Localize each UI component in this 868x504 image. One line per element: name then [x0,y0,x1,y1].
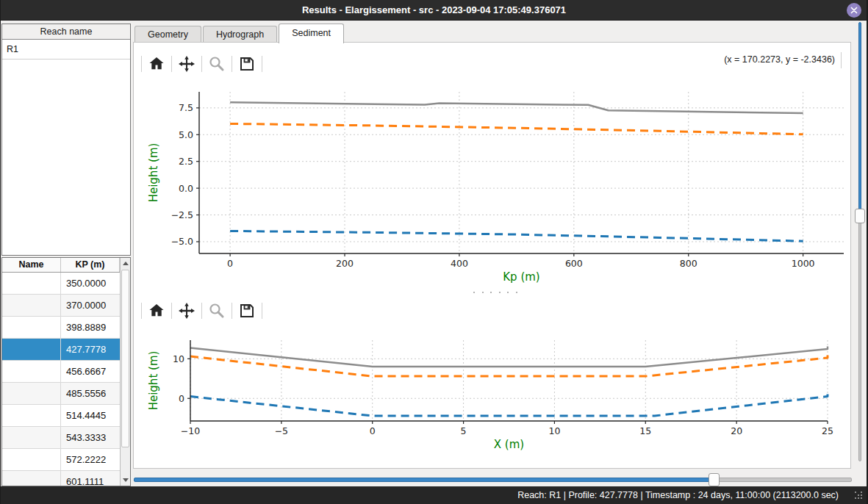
time-slider-fill [134,478,711,482]
home-button[interactable] [147,54,166,73]
home-icon [148,55,165,73]
pan-button[interactable] [177,301,196,320]
sediment-panel: (x = 170.2273, y = -2.3436) 020040060080… [133,42,851,469]
svg-text:0: 0 [227,258,233,269]
table-row[interactable]: 543.3333 [2,427,121,449]
svg-text:X (m): X (m) [494,438,524,451]
svg-text:0: 0 [370,425,376,436]
cell-kp: 456.6667 [61,361,121,383]
table-row[interactable]: 427.7778 [2,339,121,361]
toolbar-separator [262,56,262,72]
profile-slider-fill [858,22,861,212]
svg-text:400: 400 [451,258,468,269]
toolbar-separator [171,303,172,319]
zoom-icon [208,302,226,320]
cell-name [2,471,61,486]
table-row[interactable]: 601.1111 [2,471,121,486]
reach-name-header: Reach name [2,24,130,40]
cell-kp: 398.8889 [61,317,121,339]
cell-kp: 485.5556 [61,383,121,405]
close-icon [850,6,858,15]
cell-name [2,361,61,383]
toolbar-separator [201,56,202,72]
column-header-kp[interactable]: KP (m) [61,258,120,272]
svg-text:2.5: 2.5 [179,156,193,167]
scroll-down-icon[interactable] [123,478,129,482]
cell-name [2,449,61,471]
zoom-icon [208,55,226,73]
time-slider-handle[interactable] [709,473,720,486]
chart1-toolbar [141,51,262,76]
svg-text:7.5: 7.5 [179,102,193,113]
tab-sediment[interactable]: Sediment [279,24,344,43]
svg-text:−2.5: −2.5 [171,209,193,220]
svg-text:200: 200 [336,258,354,269]
time-slider-track[interactable] [717,478,852,482]
kp-profile-chart[interactable]: 020040060080010007.55.02.50.0−2.5−5.0Kp … [137,81,846,292]
window-title: Results - Elargissement - src - 2023-09-… [0,0,868,21]
pan-button[interactable] [177,54,196,73]
toolbar-separator [232,303,232,319]
toolbar-separator [171,56,172,72]
home-button[interactable] [147,301,166,320]
cell-name [2,405,61,427]
home-icon [148,302,165,320]
time-slider[interactable] [134,473,852,486]
svg-text:25: 25 [822,425,833,436]
cell-name [2,427,61,449]
column-header-name[interactable]: Name [2,258,61,272]
reach-list-panel: Reach name R1 [1,24,131,256]
table-row[interactable]: 514.4445 [2,405,121,427]
chart2-toolbar [141,298,262,323]
zoom-button[interactable] [207,54,226,73]
profile-slider-handle[interactable] [855,209,865,223]
panel-splitter[interactable] [473,290,517,295]
profile-slider[interactable] [854,22,866,461]
save-icon [238,302,256,320]
profile-table-body: 350.0000370.0000398.8889427.7778456.6667… [2,273,121,486]
scroll-up-icon[interactable] [123,262,129,265]
cell-kp: 427.7778 [61,339,121,361]
close-button[interactable] [847,3,861,18]
tab-geometry[interactable]: Geometry [134,26,201,43]
svg-text:5.0: 5.0 [179,129,193,140]
svg-text:−5: −5 [275,425,288,436]
table-row[interactable]: 398.8889 [2,317,121,339]
cell-kp: 350.0000 [61,273,121,295]
tab-bar: GeometryHydrographSediment [134,24,345,43]
toolbar-separator [262,303,262,319]
svg-text:10: 10 [173,353,184,364]
table-row[interactable]: 370.0000 [2,295,121,317]
reach-item[interactable]: R1 [2,40,130,60]
titlebar[interactable]: Results - Elargissement - src - 2023-09-… [0,0,868,21]
toolbar-separator [141,303,142,319]
svg-text:800: 800 [680,258,697,269]
tab-hydrograph[interactable]: Hydrograph [203,26,277,43]
scrollbar-thumb[interactable] [121,270,129,447]
svg-text:Kp (m): Kp (m) [503,270,539,284]
pan-icon [178,302,196,320]
resize-grip-icon[interactable] [855,492,864,500]
cell-kp: 572.2222 [61,449,121,471]
profile-table: Name KP (m) 350.0000370.0000398.8889427.… [1,257,131,486]
save-button[interactable] [237,301,257,320]
table-row[interactable]: 456.6667 [2,361,121,383]
cross-section-chart[interactable]: −10−50510152025100X (m)Height (m) [137,328,846,459]
zoom-button[interactable] [207,301,226,320]
toolbar-separator [201,303,202,319]
cell-name [2,339,61,361]
profile-slider-track[interactable] [858,220,861,461]
svg-text:1000: 1000 [792,258,815,269]
cell-name [2,383,61,405]
table-scrollbar[interactable] [120,258,130,486]
table-row[interactable]: 572.2222 [2,449,121,471]
table-row[interactable]: 350.0000 [2,273,121,295]
save-button[interactable] [237,54,257,73]
svg-text:−5.0: −5.0 [171,236,193,247]
svg-text:15: 15 [639,425,651,436]
svg-text:Height (m): Height (m) [147,143,160,203]
profile-table-header: Name KP (m) [2,258,130,273]
table-row[interactable]: 485.5556 [2,383,121,405]
toolbar-separator [232,56,232,72]
save-icon [238,55,256,73]
